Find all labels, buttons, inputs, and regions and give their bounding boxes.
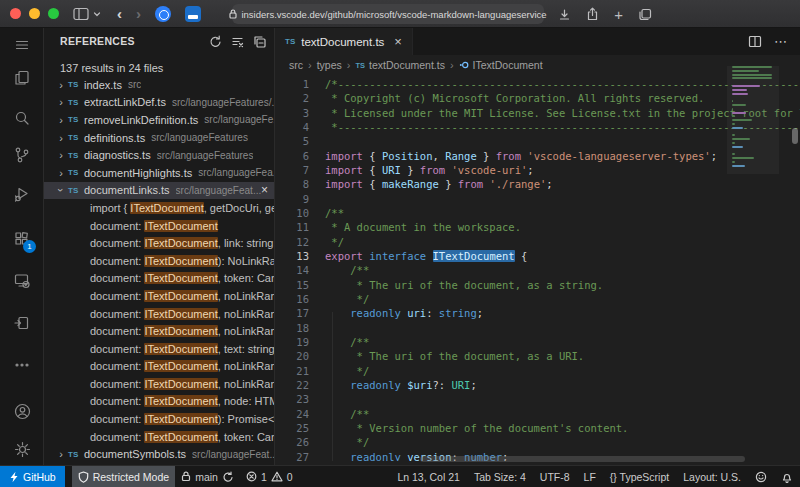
reference-item[interactable]: document: ITextDocument): Promise<Md... (44, 410, 275, 428)
code-line[interactable]: 16 */ (275, 292, 800, 306)
reference-item[interactable]: document: ITextDocument (44, 217, 275, 235)
minimize-window-button[interactable] (29, 8, 40, 19)
dismiss-file-icon[interactable]: × (261, 183, 268, 197)
clear-icon[interactable] (231, 35, 244, 48)
reference-item[interactable]: document: ITextDocument, noLinkRange... (44, 305, 275, 323)
reference-item[interactable]: document: ITextDocument, token: Cancel..… (44, 270, 275, 288)
address-bar[interactable]: insiders.vscode.dev/github/microsoft/vsc… (232, 4, 544, 24)
remote-github-button[interactable]: GitHub (0, 466, 65, 487)
minimap[interactable] (727, 66, 779, 174)
feedback-icon[interactable] (748, 466, 774, 487)
breadcrumb-file[interactable]: TS textDocument.ts (355, 59, 444, 71)
notifications-bell-icon[interactable] (774, 466, 800, 487)
reference-item[interactable]: document: ITextDocument): NoLinkRang... (44, 252, 275, 270)
reference-file-row[interactable]: ›TSdocumentHighlights.tssrc/languageFea.… (44, 164, 275, 182)
code-line[interactable]: 3 * Licensed under the MIT License. See … (275, 106, 800, 120)
reference-file-row[interactable]: ›TSdiagnostics.tssrc/languageFeatures (44, 146, 275, 164)
code-line[interactable]: 7import { URI } from 'vscode-uri'; (275, 163, 800, 177)
code-line[interactable]: 6import { Position, Range } from 'vscode… (275, 149, 800, 163)
reference-item[interactable]: document: ITextDocument, text: string, s… (44, 340, 275, 358)
reference-item[interactable]: document: ITextDocument, node: HTMLE... (44, 393, 275, 411)
reference-item[interactable]: document: ITextDocument, noLinkRange... (44, 375, 275, 393)
reference-file-row[interactable]: ›TSdocumentLinks.tssrc/languageFeat...× (44, 182, 275, 200)
cursor-position[interactable]: Ln 13, Col 21 (390, 466, 466, 487)
new-tab-icon[interactable]: + (614, 7, 623, 22)
reference-file-row[interactable]: ›TSdefinitions.tssrc/languageFeatures (44, 129, 275, 147)
code-line[interactable]: 24 /** (275, 407, 800, 421)
tab-textdocument[interactable]: TS textDocument.ts × (275, 28, 413, 55)
code-line[interactable]: 25 * Version number of the document's co… (275, 421, 800, 435)
download-icon[interactable] (558, 8, 571, 21)
zoom-window-button[interactable] (48, 8, 59, 19)
refresh-icon[interactable] (209, 35, 222, 48)
code-line[interactable]: 13export interface ITextDocument { (275, 249, 800, 263)
branch-indicator[interactable]: main (175, 466, 240, 487)
reference-file-row[interactable]: ›TSdocumentSymbols.tssrc/languageFeat... (44, 445, 275, 463)
breadcrumb-types[interactable]: types (317, 59, 342, 71)
reference-item[interactable]: import { ITextDocument, getDocUri, getLi… (44, 199, 275, 217)
code-line[interactable]: 15 * The uri of the document, as a strin… (275, 278, 800, 292)
chevron-right-icon[interactable]: › (54, 132, 68, 144)
encoding[interactable]: UTF-8 (533, 466, 577, 487)
code-line[interactable]: 10/** (275, 206, 800, 220)
back-button[interactable]: ‹ (117, 5, 122, 22)
close-window-button[interactable] (10, 8, 21, 19)
code-line[interactable]: 12 */ (275, 235, 800, 249)
breadcrumb-symbol[interactable]: ITextDocument (459, 59, 543, 71)
code-line[interactable]: 9 (275, 192, 800, 206)
code-line[interactable]: 4 *-------------------------------------… (275, 120, 800, 134)
language-mode[interactable]: {} TypeScript (603, 466, 676, 487)
breadcrumb-src[interactable]: src (289, 59, 303, 71)
tabs-overview-icon[interactable] (638, 8, 652, 21)
keyboard-layout[interactable]: Layout: U.S. (676, 466, 748, 487)
reference-item[interactable]: document: ITextDocument, noLinkRange... (44, 358, 275, 376)
search-icon[interactable] (0, 103, 44, 133)
more-views-icon[interactable] (0, 350, 44, 380)
code-line[interactable]: 11 * A document in the workspace. (275, 220, 800, 234)
source-control-icon[interactable] (0, 140, 44, 170)
code-line[interactable]: 8import { makeRange } from './range'; (275, 177, 800, 191)
reference-file-row[interactable]: ›TSindex.tssrc (44, 76, 275, 94)
reference-item[interactable]: document: ITextDocument, noLinkRange... (44, 287, 275, 305)
chevron-right-icon[interactable]: › (54, 96, 68, 108)
remote-repositories-icon[interactable] (0, 308, 44, 338)
extensions-icon[interactable]: 1 (0, 224, 44, 254)
reference-item[interactable]: document: ITextDocument, noLinkRange... (44, 322, 275, 340)
chevron-right-icon[interactable]: › (54, 79, 68, 91)
browser-extension-icon-2[interactable] (185, 6, 201, 22)
reference-file-row[interactable]: ›TSremoveLinkDefinition.tssrc/languageFe… (44, 111, 275, 129)
code-line[interactable]: 5 (275, 134, 800, 148)
remote-explorer-icon[interactable] (0, 266, 44, 296)
collapse-all-icon[interactable] (253, 35, 266, 48)
settings-gear-icon[interactable] (0, 434, 44, 464)
code-line[interactable]: 2 * Copyright (c) Microsoft Corporation.… (275, 91, 800, 105)
forward-button[interactable]: › (136, 5, 141, 22)
code-line[interactable]: 19 /** (275, 335, 800, 349)
code-line[interactable]: 22 readonly $uri?: URI; (275, 378, 800, 392)
editor-more-actions-icon[interactable]: ⋯ (774, 34, 788, 49)
share-icon[interactable] (586, 7, 599, 21)
menu-icon[interactable] (0, 30, 44, 60)
explorer-icon[interactable] (0, 63, 44, 93)
code-editor[interactable]: 1/*-------------------------------------… (275, 75, 800, 461)
browser-sidebar-toggle-icon[interactable] (73, 7, 101, 21)
tab-size[interactable]: Tab Size: 4 (467, 466, 533, 487)
code-line[interactable]: 14 /** (275, 263, 800, 277)
chevron-right-icon[interactable]: › (54, 167, 68, 179)
code-line[interactable]: 17 readonly uri: string; (275, 306, 800, 320)
problems-indicator[interactable]: 1 0 (240, 466, 299, 487)
eol[interactable]: LF (577, 466, 603, 487)
code-line[interactable]: 18 (275, 321, 800, 335)
chevron-down-icon[interactable]: › (55, 183, 67, 197)
reference-item[interactable]: document: ITextDocument, link: string, l… (44, 234, 275, 252)
code-line[interactable]: 23 (275, 392, 800, 406)
restricted-mode-badge[interactable]: Restricted Mode (72, 466, 175, 487)
account-icon[interactable] (0, 396, 44, 426)
code-line[interactable]: 1/*-------------------------------------… (275, 77, 800, 91)
code-line[interactable]: 26 */ (275, 435, 800, 449)
code-line[interactable]: 20 * The uri of the document, as a URI. (275, 349, 800, 363)
vertical-scrollbar[interactable] (792, 128, 798, 144)
tab-close-icon[interactable]: × (394, 34, 402, 49)
split-editor-icon[interactable] (748, 35, 762, 48)
run-debug-icon[interactable] (0, 179, 44, 209)
